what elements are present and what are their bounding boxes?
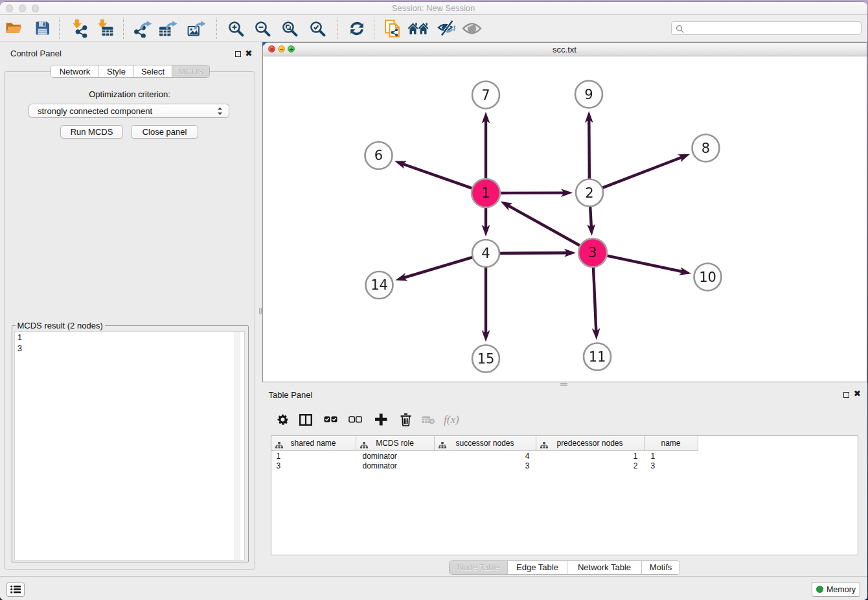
column-header-name[interactable]: name [645, 436, 698, 452]
zoom-in-button[interactable] [225, 19, 246, 38]
column-header-label: MCDS role [356, 439, 434, 448]
tab-network[interactable]: Network [51, 65, 98, 77]
search-input[interactable] [671, 21, 862, 35]
table-panel-float-button[interactable] [842, 390, 851, 399]
edge-2-3[interactable] [590, 205, 591, 227]
table-cell[interactable]: 3 [435, 461, 530, 472]
left-splitter-handle[interactable] [259, 308, 262, 314]
automation-panel-button[interactable] [6, 583, 25, 597]
mcds-panel: Optimization criterion: strongly connect… [4, 71, 255, 570]
show-all-button[interactable] [462, 19, 483, 38]
gear-icon [277, 414, 288, 425]
node-label-3: 3 [588, 245, 597, 260]
scrollbar[interactable] [234, 332, 240, 560]
delete-table-icon [422, 415, 435, 424]
edge-3-1[interactable] [507, 205, 581, 246]
apply-preferred-layout-button[interactable] [347, 19, 367, 38]
tab-style[interactable]: Style [98, 65, 133, 77]
column-header-MCDS-role[interactable]: MCDS role [356, 436, 435, 452]
edge-2-9[interactable] [589, 119, 589, 179]
table-cell[interactable]: 4 [435, 452, 530, 462]
table-options-button[interactable] [273, 410, 293, 430]
zoom-out-button[interactable] [252, 19, 273, 38]
table-row[interactable]: 3dominator323 [271, 461, 858, 472]
first-neighbors-button[interactable] [408, 19, 429, 38]
fx-icon: f(x) [444, 413, 463, 426]
export-network-button[interactable] [131, 19, 152, 38]
deselect-all-button[interactable] [345, 410, 365, 430]
edge-4-14[interactable] [403, 257, 473, 277]
zoom-fit-button[interactable] [279, 19, 300, 38]
edge-1-6[interactable] [402, 163, 473, 189]
mcds-result-list[interactable]: 1 3 [14, 331, 245, 561]
memory-status-icon [816, 586, 823, 593]
tab-select[interactable]: Select [133, 65, 172, 77]
table-cell[interactable]: dominator [363, 461, 397, 472]
table-panel: Table Panel ✖ f(x) shared nameMCDS roles… [262, 387, 867, 577]
network-window-titlebar[interactable]: ✕ − + scc.txt [263, 43, 867, 57]
import-table-icon [96, 19, 114, 38]
table-tabs: Node TableEdge TableNetwork TableMotifs [449, 560, 680, 575]
control-panel-tabs: NetworkStyleSelectMCDS [51, 65, 210, 78]
table-cell[interactable]: 1 [536, 452, 638, 462]
export-image-button[interactable] [185, 19, 206, 38]
network-window-title: scc.txt [263, 43, 867, 56]
hide-selected-button[interactable] [437, 19, 457, 38]
column-header-label: successor nodes [435, 439, 536, 448]
optimization-criterion-select[interactable]: strongly connected component [29, 104, 229, 119]
deselect-all-icon [348, 416, 362, 423]
table-tabs-row: Node TableEdge TableNetwork TableMotifs [262, 560, 867, 575]
tab-mcds[interactable]: MCDS [172, 65, 209, 77]
open-session-button[interactable] [3, 19, 24, 38]
tab-motifs[interactable]: Motifs [641, 561, 680, 574]
create-column-button[interactable] [371, 410, 391, 430]
edge-2-8[interactable] [601, 157, 682, 188]
optimization-criterion-label: Optimization criterion: [5, 89, 255, 99]
select-all-button[interactable] [321, 410, 341, 430]
node-label-6: 6 [374, 148, 382, 163]
tab-node-table[interactable]: Node Table [450, 561, 507, 574]
new-network-from-selection-button[interactable] [382, 19, 403, 38]
delete-column-button[interactable] [396, 410, 415, 430]
node-label-1: 1 [481, 185, 490, 201]
delete-table-button[interactable] [418, 410, 438, 430]
main-area: Control Panel ✖ NetworkStyleSelectMCDS O… [0, 41, 867, 576]
zoom-selected-button[interactable] [307, 19, 328, 38]
node-table: shared nameMCDS rolesuccessor nodesprede… [271, 435, 858, 555]
column-header-shared-name[interactable]: shared name [271, 436, 356, 452]
column-header-label: shared name [271, 439, 356, 448]
table-cell[interactable]: 3 [277, 461, 281, 472]
table-cell[interactable]: 2 [536, 461, 638, 472]
column-header-predecessor-nodes[interactable]: predecessor nodes [536, 436, 645, 452]
memory-button[interactable]: Memory [812, 582, 860, 597]
import-table-button[interactable] [95, 19, 115, 38]
control-panel: Control Panel ✖ NetworkStyleSelectMCDS O… [0, 41, 259, 576]
table-cell[interactable]: 1 [651, 452, 656, 462]
export-table-button[interactable] [157, 19, 177, 38]
control-panel-float-button[interactable] [233, 50, 242, 59]
table-cell[interactable]: dominator [363, 452, 397, 462]
close-panel-button[interactable]: Close panel [131, 125, 198, 139]
table-cell[interactable]: 1 [277, 452, 281, 462]
tab-edge-table[interactable]: Edge Table [507, 561, 567, 574]
table-panel-close-button[interactable]: ✖ [853, 389, 862, 398]
table-header-row: shared nameMCDS rolesuccessor nodesprede… [271, 436, 698, 452]
function-builder-button[interactable]: f(x) [444, 410, 463, 430]
edge-3-11[interactable] [593, 265, 595, 331]
show-columns-button[interactable] [296, 410, 315, 430]
svg-text:f(x): f(x) [444, 413, 459, 426]
table-cell[interactable]: 3 [651, 461, 656, 472]
column-header-successor-nodes[interactable]: successor nodes [435, 436, 536, 452]
zoom-selected-icon [309, 20, 326, 37]
bottom-splitter-handle[interactable] [560, 383, 567, 387]
table-row[interactable]: 1dominator411 [271, 452, 858, 462]
network-canvas[interactable]: 1234678910111415 [263, 57, 867, 382]
edge-4-3[interactable] [498, 253, 567, 253]
node-label-9: 9 [584, 86, 593, 102]
import-network-button[interactable] [69, 19, 89, 38]
run-mcds-button[interactable]: Run MCDS [60, 125, 123, 139]
edge-3-10[interactable] [605, 255, 683, 271]
tab-network-table[interactable]: Network Table [567, 561, 641, 574]
save-session-button[interactable] [32, 19, 53, 38]
control-panel-close-button[interactable]: ✖ [244, 49, 253, 58]
